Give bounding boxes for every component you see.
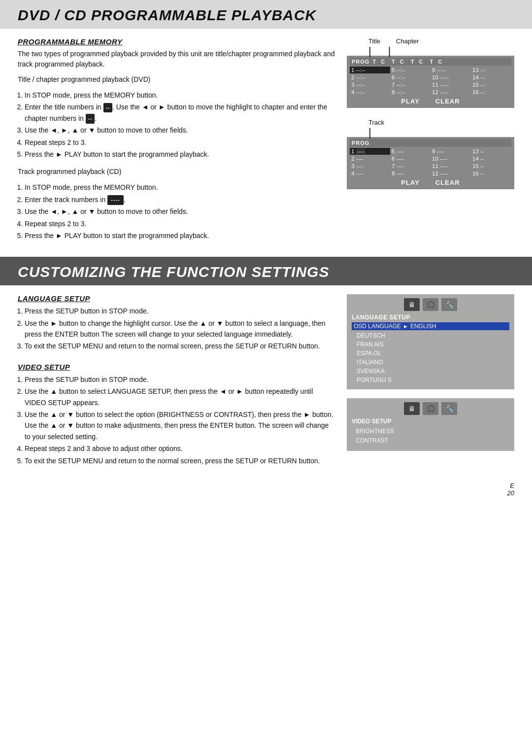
cd-prog-box: PROG 1 ---- 5 ---- 9 ---- 13 -- 2 ---- 6…: [347, 137, 514, 189]
language-options-list: DEUTSCH FRAN AIS ESPA OL ITALIANO SVENSK…: [357, 331, 509, 384]
chapter-col-label: Chapter: [396, 37, 419, 45]
prog-label-cd: PROG: [352, 140, 369, 146]
cd-cell-1-4: 13 --: [471, 148, 511, 155]
headphone-icon: 🎧: [423, 298, 438, 311]
video-options-list: BRIGHTNESS CONTRAST: [356, 427, 509, 446]
language-ui-icons: 🖥 🎧 🔧: [352, 298, 509, 311]
osd-language-arrow: ►: [403, 323, 408, 329]
function-section: CUSTOMIZING THE FUNCTION SETTINGS LANGUA…: [0, 257, 532, 482]
language-setup-title: LANGUAGE SETUP: [18, 294, 335, 303]
lang-step-1: Press the SETUP button in STOP mode.: [25, 306, 335, 316]
video-headphone-icon: 🎧: [423, 402, 438, 415]
function-section-title: CUSTOMIZING THE FUNCTION SETTINGS: [18, 264, 514, 280]
cd-cell-1-3: 9 ----: [431, 148, 471, 155]
cd-steps-list: In STOP mode, press the MEMORY button. E…: [25, 182, 335, 241]
dvd-step-3: Use the ◄, ►, ▲ or ▼ button to move to o…: [25, 125, 335, 136]
dvd-step-5: Press the ► PLAY button to start the pro…: [25, 149, 335, 160]
cd-cell-4-3: 12 ----: [431, 170, 471, 177]
dvd-cell-1-4: 13 --:: [471, 67, 511, 73]
video-ui-icons: 🖥 🎧 🔧: [352, 402, 509, 415]
function-section-content: LANGUAGE SETUP Press the SETUP button in…: [0, 285, 532, 482]
lang-step-3: To exit the SETUP MENU and return to the…: [25, 341, 335, 351]
programmable-memory-intro: The two types of programmed playback pro…: [18, 49, 335, 69]
dvd-section-header: DVD / CD PROGRAMMABLE PLAYBACK: [0, 0, 532, 29]
video-monitor-icon: 🖥: [404, 402, 420, 415]
cd-label: Track programmed playback (CD): [18, 167, 335, 177]
lang-option-deutsch: DEUTSCH: [357, 331, 509, 340]
video-step-3: Use the ▲ or ▼ button to select the opti…: [25, 409, 335, 442]
dvd-cell-4-2: 8 --:--: [390, 89, 431, 96]
dvd-cell-3-1: 3 --:--: [350, 81, 390, 88]
dvd-cell-1-1: 1 --:--: [350, 67, 390, 73]
language-ui-title: LANGUAGE SETUP: [352, 314, 509, 321]
dvd-cell-3-2: 7 --:--: [390, 81, 431, 88]
cd-cell-2-1: 2 ----: [350, 155, 390, 162]
cd-step-1: In STOP mode, press the MEMORY button.: [25, 182, 335, 193]
dvd-left-col: PROGRAMMABLE MEMORY The two types of pro…: [18, 37, 335, 245]
cd-cell-2-4: 14 --: [471, 155, 511, 162]
dvd-cell-2-3: 10 --:--: [431, 74, 471, 81]
video-wrench-icon: 🔧: [441, 402, 457, 415]
track-btn-box: ----: [107, 195, 124, 205]
cd-cell-3-3: 11 ----: [431, 163, 471, 170]
track-col-label: Track: [368, 119, 384, 126]
osd-language-value: ENGLISH: [410, 323, 436, 330]
osd-language-row: OSD LANGUAGE ► ENGLISH: [352, 322, 509, 330]
cd-cell-4-4: 16 --: [471, 170, 511, 177]
video-steps-list: Press the SETUP button in STOP mode. Use…: [25, 374, 335, 466]
dvd-section: DVD / CD PROGRAMMABLE PLAYBACK PROGRAMMA…: [0, 0, 532, 257]
title-col-label: Title: [368, 37, 380, 45]
dvd-prog-box: PROG T C T C T C T C 1 --:-- 5 --:--: [347, 56, 514, 108]
cd-step-4: Repeat steps 2 to 3.: [25, 218, 335, 229]
language-ui-box: 🖥 🎧 🔧 LANGUAGE SETUP OSD LANGUAGE ► ENGL…: [347, 294, 514, 389]
dvd-prog-table-wrap: Title Chapter | | PROG T C T C T: [347, 37, 514, 108]
function-left-col: LANGUAGE SETUP Press the SETUP button in…: [18, 294, 335, 470]
dvd-cell-1-3: 9 --:--: [431, 67, 471, 73]
cd-cell-1-1: 1 ----: [350, 148, 390, 155]
cd-prog-footer: PLAY CLEAR: [350, 179, 511, 186]
dvd-cell-4-1: 4 --:--: [350, 89, 390, 96]
cd-cell-2-3: 10 ----: [431, 155, 471, 162]
video-setup-title: VIDEO SETUP: [18, 363, 335, 371]
lang-step-2: Use the ► button to change the highlight…: [25, 318, 335, 340]
video-step-1: Press the SETUP button in STOP mode.: [25, 374, 335, 385]
dvd-right-col: Title Chapter | | PROG T C T C T: [347, 37, 514, 245]
lang-option-italiano: ITALIANO: [357, 358, 509, 367]
wrench-icon: 🔧: [441, 298, 457, 311]
lang-option-espanol: ESPA OL: [357, 349, 509, 358]
dvd-steps-list: In STOP mode, press the MEMORY button. E…: [25, 90, 335, 160]
cd-cell-4-2: 8 ----: [390, 170, 431, 177]
dvd-cell-2-4: 14 --:: [471, 74, 511, 81]
video-step-4: Repeat steps 2 and 3 above to adjust oth…: [25, 443, 335, 454]
lang-option-svenska: SVENSKA: [357, 367, 509, 376]
dvd-section-content: PROGRAMMABLE MEMORY The two types of pro…: [0, 29, 532, 257]
cd-cell-2-2: 6 ----: [390, 155, 431, 162]
monitor-icon: 🖥: [404, 298, 420, 311]
video-step-5: To exit the SETUP MENU and return to the…: [25, 455, 335, 466]
cd-step-3: Use the ◄, ►, ▲ or ▼ button to move to o…: [25, 206, 335, 217]
dvd-cell-1-2: 5 --:--: [390, 67, 431, 73]
lang-option-portugues: PORTUGU S: [357, 376, 509, 384]
cd-clear-label: CLEAR: [435, 179, 460, 186]
dvd-cell-3-3: 11 --:--: [431, 81, 471, 88]
programmable-memory-title: PROGRAMMABLE MEMORY: [18, 37, 335, 46]
dvd-section-title: DVD / CD PROGRAMMABLE PLAYBACK: [18, 7, 514, 24]
dvd-play-label: PLAY: [401, 98, 419, 105]
cd-step-2: Enter the track numbers in ----.: [25, 194, 335, 205]
cd-cell-3-2: 7 ----: [390, 163, 431, 170]
dvd-step-1: In STOP mode, press the MEMORY button.: [25, 90, 335, 101]
cd-prog-data-grid: 1 ---- 5 ---- 9 ---- 13 -- 2 ---- 6 ----…: [350, 148, 511, 177]
page-num: 20: [507, 489, 514, 497]
dvd-label: Title / chapter programmed playback (DVD…: [18, 74, 335, 85]
dvd-cell-2-1: 2 --:--: [350, 74, 390, 81]
video-ui-box: 🖥 🎧 🔧 VIDEO SETUP BRIGHTNESS CONTRAST: [347, 398, 514, 450]
dvd-clear-label: CLEAR: [435, 98, 460, 105]
cd-cell-3-1: 3 ----: [350, 163, 390, 170]
language-steps-list: Press the SETUP button in STOP mode. Use…: [25, 306, 335, 352]
page-letter: E: [510, 482, 514, 489]
title-btn-box: --: [103, 103, 112, 113]
dvd-cell-4-3: 12 --:--: [431, 89, 471, 96]
dvd-cell-4-4: 16 --:: [471, 89, 511, 96]
function-right-col: 🖥 🎧 🔧 LANGUAGE SETUP OSD LANGUAGE ► ENGL…: [347, 294, 514, 470]
video-option-contrast: CONTRAST: [356, 436, 509, 446]
